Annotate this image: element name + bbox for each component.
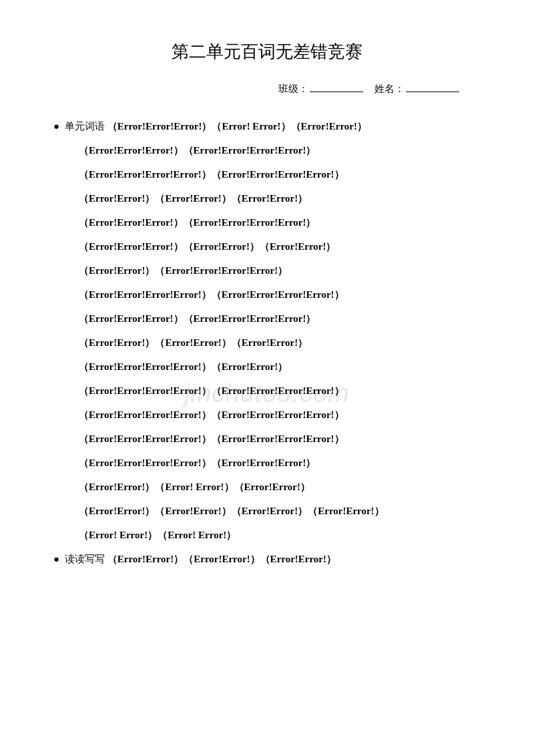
class-blank[interactable] <box>310 82 363 92</box>
error-line: （Error!Error!）（Error! Error!）（Error!Erro… <box>53 475 481 499</box>
error-line: （Error!Error!Error!Error!）（Error!Error!E… <box>53 162 481 186</box>
error-line: （Error!Error!Error!Error!）（Error!Error!E… <box>53 282 481 307</box>
error-line: （Error!Error!）（Error!Error!）（Error!Error… <box>53 186 481 210</box>
error-line: （Error!Error!Error!Error!）（Error!Error!E… <box>53 427 481 451</box>
error-line: （Error!Error!Error!）（Error! Error!）（Erro… <box>107 121 367 132</box>
bullet-icon: ● <box>53 547 59 571</box>
section-label-2: 读读写写 <box>65 554 105 564</box>
error-line: （Error!Error!Error!Error!）（Error!Error!E… <box>53 403 481 427</box>
error-line: （Error!Error!Error!）（Error!Error!Error!E… <box>53 210 481 234</box>
form-line: 班级： 姓名： <box>53 82 481 96</box>
error-line: （Error!Error!Error!Error!）（Error!Error!E… <box>53 451 481 475</box>
page-title: 第二单元百词无差错竞赛 <box>53 40 481 63</box>
section-unit-words: ● 单元词语 （Error!Error!Error!）（Error! Error… <box>53 114 481 547</box>
error-line: （Error!Error!Error!Error!）（Error!Error!） <box>53 355 481 379</box>
error-line: （Error!Error!Error!）（Error!Error!）（Error… <box>53 234 481 258</box>
name-label: 姓名： <box>374 83 405 94</box>
error-line: （Error!Error!Error!）（Error!Error!Error!E… <box>53 138 481 162</box>
section-read-write: ● 读读写写 （Error!Error!）（Error!Error!）（Erro… <box>53 547 481 571</box>
class-label: 班级： <box>278 83 308 94</box>
error-line: （Error!Error!）（Error!Error!）（Error!Error… <box>53 331 481 355</box>
name-blank[interactable] <box>406 82 459 92</box>
error-line: （Error!Error!Error!）（Error!Error!Error!E… <box>53 307 481 331</box>
section-label-1: 单元词语 <box>65 121 105 132</box>
error-line: （Error!Error!）（Error!Error!）（Error!Error… <box>107 554 336 564</box>
error-line: （Error!Error!）（Error!Error!Error!Error!） <box>53 258 481 282</box>
bullet-icon: ● <box>53 114 59 138</box>
error-line: （Error! Error!）（Error! Error!） <box>53 523 481 547</box>
error-line: （Error!Error!）（Error!Error!）（Error!Error… <box>53 499 481 523</box>
error-line: （Error!Error!Error!Error!）（Error!Error!E… <box>53 379 481 403</box>
